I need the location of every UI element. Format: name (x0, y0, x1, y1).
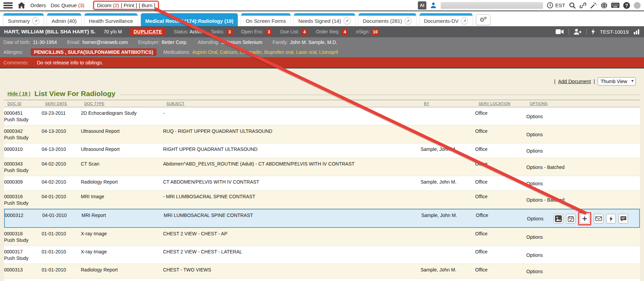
wand-icon[interactable] (590, 2, 597, 9)
calendar-check-button[interactable] (566, 214, 575, 223)
options-link[interactable]: Options (526, 252, 543, 259)
view-select[interactable]: Thumb View (598, 77, 636, 85)
keyboard-icon[interactable] (611, 2, 619, 9)
cell-by: Sample, John M. (421, 146, 475, 156)
cell-doc-type: X-ray Image (81, 231, 163, 244)
options-link[interactable]: Options (526, 148, 543, 154)
hamburger-icon[interactable] (3, 2, 13, 9)
column-header-subject[interactable]: SUBJECT (166, 102, 424, 106)
tab-medical-record-radiology[interactable]: Medical Record (174):Radiology (19) (141, 13, 238, 26)
column-header-serv-date[interactable]: SERV DATE (45, 102, 84, 106)
image-button[interactable] (554, 214, 563, 223)
tab-admin[interactable]: Admin (40) (47, 13, 81, 26)
column-header-by[interactable]: BY (424, 102, 479, 106)
table-row[interactable]: 000031204-01-2010MRI ReportMRI LUMBOSACR… (4, 209, 640, 228)
view-select-wrap: Thumb View (598, 77, 636, 85)
doc-id-subtext: Push Study (4, 167, 39, 174)
doc-id-subtext: Push Study (4, 237, 39, 244)
column-header-doc-id[interactable]: DOC ID (8, 102, 45, 106)
cell-doc-id: 0000342Push Study (4, 128, 42, 141)
table-row[interactable]: 000010011-06-2009Ultrasound ReportSeleni… (4, 279, 640, 281)
tab-health-surveillance[interactable]: Health Surveillance (85, 13, 137, 26)
doc-id: 0000316 (4, 193, 39, 200)
tab-documents[interactable]: Documents (281) (358, 13, 416, 26)
cell-subject: - MRI LUMBOSACRAL SPINE CONTRAST (163, 193, 421, 206)
table-row[interactable]: 0000451Push Study03-23-20112D Echocardio… (4, 107, 640, 125)
ai-badge[interactable]: AI (418, 1, 426, 10)
search-icon[interactable] (569, 2, 576, 9)
options-link[interactable]: Options (526, 234, 543, 240)
link-icon[interactable] (580, 2, 586, 9)
user-icon[interactable] (430, 2, 437, 9)
options-link[interactable]: Options - Batched (526, 164, 565, 171)
duplicate-badge[interactable]: DUPLICATE (130, 28, 165, 35)
cell-subject: CHEST 2 VIEW - CHEST - LATERAL (163, 249, 421, 262)
tab-documents-dv[interactable]: Documents-DV (420, 13, 473, 26)
nav-doc-queue[interactable]: Doc Queue (3) (51, 2, 84, 8)
clock-icon[interactable] (547, 2, 554, 9)
globe-icon[interactable] (601, 2, 608, 9)
column-header-options[interactable]: OPTIONS (530, 102, 640, 106)
table-row[interactable]: 000031301-01-2010Radiology ReportCHEST -… (4, 264, 640, 279)
lightning-button[interactable] (606, 214, 616, 223)
dicom-burn-link[interactable]: [ Burn ] (139, 2, 155, 8)
gear-icon: ⚙ (484, 16, 487, 20)
tasks-counter[interactable]: Tasks:3 (211, 29, 233, 35)
main-content: | Add Document | Thumb View Hide ( 19 ) … (0, 77, 644, 281)
plus-icon (582, 216, 588, 222)
due-list-counter[interactable]: Due List:4 (280, 29, 308, 35)
dicom-print-link[interactable]: [ Print ] (121, 2, 137, 8)
table-row[interactable]: 0000318Push Study01-01-2010X-ray ImageCH… (4, 228, 640, 246)
lightning-icon[interactable] (591, 28, 596, 35)
cell-doc-id: 0000317Push Study (4, 249, 42, 262)
tab-needs-signed[interactable]: Needs Signed (14) (294, 13, 355, 26)
esign-counter[interactable]: eSign:10 (356, 29, 379, 35)
plus-button[interactable] (580, 214, 589, 223)
envelope-button[interactable] (594, 214, 603, 223)
options-link[interactable]: Options (527, 216, 543, 222)
cell-serv-date: 01-01-2010 (42, 267, 81, 276)
table-row[interactable]: 0000343Push Study04-02-2010CT ScanAbdome… (4, 158, 640, 176)
patient-age-sex: 70 y/o M (104, 29, 122, 34)
cell-serv-date: 01-01-2010 (42, 249, 81, 262)
table-row[interactable]: 0000342Push Study04-13-2010Ultrasound Re… (4, 125, 640, 143)
table-row[interactable]: 0000316Push Study04-01-2010MRI Image- MR… (4, 191, 640, 209)
table-row[interactable]: 0000317Push Study01-01-2010X-ray ImageCH… (4, 246, 640, 264)
add-person-icon[interactable] (573, 28, 582, 35)
cell-serv-date: 04-13-2010 (42, 128, 81, 141)
open-enc-counter[interactable]: Open Enc:3 (241, 29, 272, 35)
column-header-serv-location[interactable]: SERV LOCATION (479, 102, 530, 106)
options-link[interactable]: Options - Batched (526, 197, 565, 203)
tab-settings-button[interactable]: ⚙⚙ (476, 14, 490, 25)
tab-summary[interactable]: Summary (3, 13, 44, 26)
bar-chart-icon[interactable] (633, 28, 640, 35)
cell-doc-type: 2D Echocardiogram Study (81, 110, 163, 123)
chat-button[interactable] (618, 214, 628, 223)
tab-on-screen-forms[interactable]: On Screen Forms (241, 13, 290, 26)
nav-orders[interactable]: Orders (30, 2, 46, 8)
top-nav-right: AI EST ? (418, 1, 641, 10)
doc-id: 0000317 (4, 249, 39, 255)
hide-link[interactable]: Hide ( 19 ) (8, 91, 30, 96)
page-title: List View For Radiology (34, 90, 116, 98)
column-header-doc-type[interactable]: DOC TYPE (84, 102, 166, 106)
patient-name: HART, WILLIAM (BILL SHA HART) S. (4, 29, 96, 35)
options-link[interactable]: Options (526, 113, 543, 120)
cell-serv-date: 04-02-2010 (42, 179, 81, 188)
options-link[interactable]: Options (526, 181, 543, 187)
video-camera-icon[interactable] (556, 28, 564, 35)
patient-status: Status: Active (174, 29, 203, 34)
avatar-circle[interactable] (634, 2, 641, 9)
help-icon[interactable]: ? (623, 2, 630, 9)
cell-subject: - (163, 110, 421, 123)
table-row[interactable]: 000030904-02-2010Radiology ReportCT ABDO… (4, 176, 640, 191)
allergies-badge[interactable]: PENICILLINS , SULFA(SULFONAMIDE ANTIBIOT… (31, 48, 157, 56)
options-link[interactable]: Options (526, 268, 543, 275)
options-link[interactable]: Options (526, 131, 543, 138)
nav-dicom[interactable]: Dicom (2) (97, 2, 119, 8)
chat-icon (620, 216, 627, 222)
add-document-link[interactable]: Add Document (558, 79, 591, 84)
table-row[interactable]: 000031004-13-2010Ultrasound ReportRIGHT … (4, 143, 640, 158)
order-req-counter[interactable]: Order Req:4 (316, 29, 348, 35)
home-icon[interactable] (17, 2, 26, 9)
